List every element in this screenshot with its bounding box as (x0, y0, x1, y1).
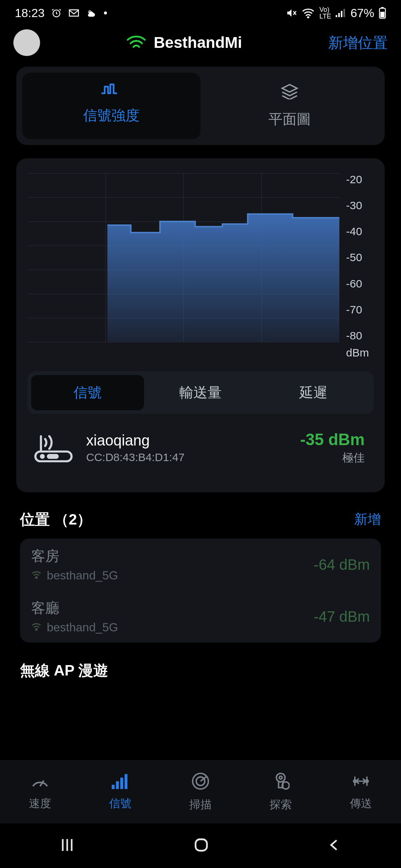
locations-add-link[interactable]: 新增 (354, 510, 381, 529)
device-mac: CC:D8:43:B4:D1:47 (86, 451, 290, 464)
svg-rect-17 (120, 777, 123, 789)
svg-rect-18 (125, 774, 128, 789)
system-nav (0, 823, 401, 868)
svg-point-22 (279, 776, 282, 779)
svg-point-14 (36, 628, 37, 630)
signal-wave-icon (100, 83, 123, 97)
wifi-small-icon (31, 571, 42, 581)
layers-icon (280, 83, 299, 101)
sub-tab-latency[interactable]: 延遲 (257, 375, 370, 410)
status-time: 18:23 (15, 6, 45, 20)
nav-explore[interactable]: 探索 (241, 761, 321, 823)
svg-rect-6 (343, 9, 345, 17)
avatar[interactable] (13, 29, 40, 56)
wifi-icon (126, 35, 146, 50)
chart-card: -20 -30 -40 -50 -60 -70 -80 dBm 信號 輸送量 延… (16, 158, 385, 492)
cell-signal-icon (336, 9, 346, 17)
svg-rect-15 (112, 785, 115, 789)
svg-point-13 (36, 576, 37, 578)
status-bar: 18:23 Vo)LTE 67% (0, 0, 401, 26)
explore-icon (272, 772, 290, 792)
wifi-small-icon (31, 623, 42, 632)
tab-signal-strength[interactable]: 信號強度 (22, 73, 200, 139)
header-ssid: BesthandMi (154, 34, 242, 52)
locations-title: 位置 （2） (20, 509, 92, 530)
dot-icon (104, 11, 107, 14)
add-location-link[interactable]: 新增位置 (328, 33, 388, 53)
svg-point-2 (308, 17, 309, 18)
signal-chart: -20 -30 -40 -50 -60 -70 -80 dBm (27, 173, 374, 359)
battery-icon (379, 7, 386, 19)
location-name: 客廳 (31, 599, 118, 618)
device-name: xiaoqiang (86, 432, 290, 449)
svg-rect-16 (116, 781, 119, 789)
main-tabs-card: 信號強度 平面圖 (16, 67, 385, 145)
roaming-title: 無線 AP 漫遊 (16, 654, 385, 687)
tab-label: 平面圖 (268, 110, 311, 129)
weather-icon (86, 8, 97, 18)
nav-scan[interactable]: 掃描 (160, 761, 241, 823)
svg-rect-4 (338, 13, 340, 17)
location-item[interactable]: 客廳 besthand_5G -47 dBm (20, 591, 381, 642)
svg-rect-12 (48, 455, 58, 458)
location-item[interactable]: 客房 besthand_5G -64 dBm (20, 539, 381, 591)
location-dbm: -47 dBm (314, 608, 370, 625)
nav-transfer[interactable]: 傳送 (321, 761, 401, 823)
svg-rect-9 (380, 12, 384, 17)
location-ssid: besthand_5G (47, 569, 118, 582)
svg-point-21 (276, 773, 285, 782)
svg-rect-3 (336, 15, 337, 17)
nav-signal[interactable]: 信號 (80, 761, 160, 823)
back-button[interactable] (326, 837, 343, 855)
y-axis-labels: -20 -30 -40 -50 -60 -70 -80 (339, 173, 374, 342)
tab-floor-plan[interactable]: 平面圖 (200, 73, 379, 139)
status-left: 18:23 (15, 6, 107, 20)
location-ssid: besthand_5G (47, 621, 118, 634)
svg-point-11 (41, 455, 44, 458)
router-icon (31, 431, 76, 466)
bars-icon (111, 773, 130, 791)
sub-tab-signal[interactable]: 信號 (31, 375, 144, 410)
svg-rect-26 (196, 839, 207, 851)
device-quality: 極佳 (300, 450, 365, 466)
locations-section: 位置 （2） 新增 客房 besthand_5G -64 dBm (16, 506, 385, 642)
nav-speed[interactable]: 速度 (0, 761, 80, 823)
header-center[interactable]: BesthandMi (126, 34, 242, 52)
y-axis-unit: dBm (339, 346, 374, 359)
gauge-icon (30, 773, 50, 791)
svg-rect-5 (341, 11, 342, 17)
status-right: Vo)LTE 67% (286, 6, 386, 20)
tab-label: 信號強度 (83, 106, 140, 125)
wifi6-icon (301, 8, 315, 18)
home-button[interactable] (193, 836, 210, 855)
location-name: 客房 (31, 547, 118, 566)
device-row[interactable]: xiaoqiang CC:D8:43:B4:D1:47 -35 dBm 極佳 (27, 416, 374, 480)
alarm-icon (51, 8, 62, 18)
location-dbm: -64 dBm (314, 556, 370, 573)
mute-icon (286, 7, 297, 19)
svg-rect-8 (381, 7, 384, 8)
chart-sub-tabs: 信號 輸送量 延遲 (27, 371, 374, 414)
volte-icon: Vo)LTE (319, 6, 331, 20)
device-dbm: -35 dBm (300, 430, 365, 449)
transfer-icon (351, 773, 371, 791)
bottom-nav: 速度 信號 掃描 探索 傳送 (0, 760, 401, 823)
battery-percent: 67% (351, 6, 374, 20)
app-header: BesthandMi 新增位置 (0, 26, 401, 59)
sub-tab-throughput[interactable]: 輸送量 (144, 375, 257, 410)
radar-icon (191, 772, 210, 792)
gmail-icon (68, 9, 79, 17)
recents-button[interactable] (58, 836, 76, 855)
